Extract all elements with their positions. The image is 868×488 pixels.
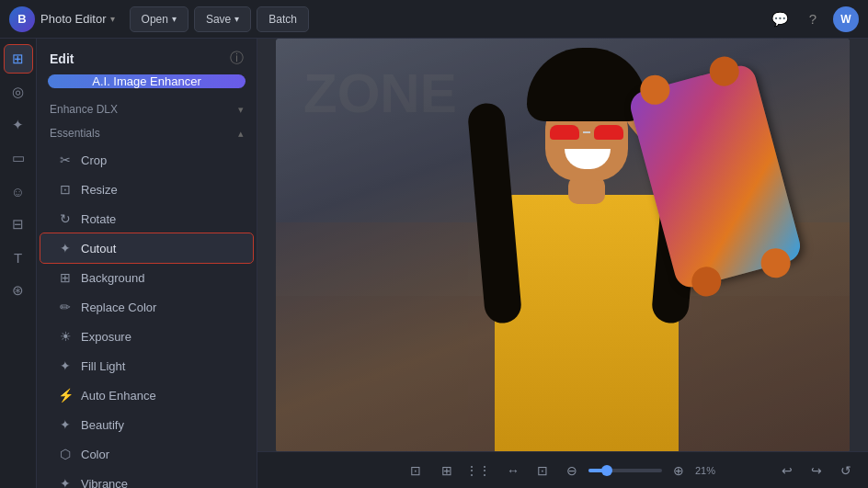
- grid-view-button[interactable]: ⊞: [434, 458, 460, 483]
- crop-label: Crop: [81, 153, 107, 167]
- canvas-viewport[interactable]: ZONE: [257, 39, 868, 451]
- essentials-label: Essentials: [50, 127, 100, 140]
- sidebar: Edit ⓘ A.I. Image Enhancer Enhance DLX ▾…: [37, 39, 257, 488]
- main-area: ⊞ ◎ ✦ ▭ ☺ ⊟ T ⊛ Edit ⓘ A.I. Image Enhanc…: [0, 39, 868, 488]
- bottom-bar: ⊡ ⊞ ⋮⋮ ↔ ⊡ ⊖ ⊕ 21% ↩ ↪ ↺: [257, 451, 868, 488]
- sidebar-item-vibrance[interactable]: ✦ Vibrance: [40, 469, 253, 488]
- enhance-dlx-chevron: ▾: [238, 104, 244, 116]
- eye-tool-button[interactable]: ◎: [4, 77, 33, 107]
- bottom-tools-right: ↩ ↪ ↺: [774, 458, 859, 483]
- essentials-section[interactable]: Essentials ▴: [37, 121, 257, 145]
- sidebar-item-cutout[interactable]: ✦ Cutout: [40, 233, 253, 263]
- open-button[interactable]: Open ▾: [130, 6, 188, 32]
- replace-color-icon: ✏: [57, 299, 74, 315]
- photo-canvas[interactable]: ZONE: [276, 39, 850, 451]
- vibrance-label: Vibrance: [81, 477, 128, 489]
- sidebar-item-fill-light[interactable]: ✦ Fill Light: [40, 351, 253, 380]
- canvas-area: ZONE: [257, 39, 868, 488]
- app-title: Photo Editor: [40, 12, 107, 26]
- zoom-controls: ↔ ⊡ ⊖ ⊕ 21%: [500, 458, 723, 483]
- info-icon[interactable]: ⓘ: [230, 50, 244, 67]
- bottom-tools-left: ⊡ ⊞ ⋮⋮: [403, 458, 491, 483]
- background-label: Background: [81, 271, 144, 285]
- sidebar-item-rotate[interactable]: ↻ Rotate: [40, 204, 253, 233]
- exposure-icon: ☀: [57, 328, 74, 345]
- sidebar-title: Edit: [50, 51, 74, 66]
- rotate-icon: ↻: [57, 210, 74, 227]
- layers-tool-button[interactable]: ▭: [4, 143, 33, 173]
- fit-button[interactable]: ↔: [500, 458, 526, 483]
- image-tool-button[interactable]: ⊟: [4, 210, 33, 239]
- exposure-label: Exposure: [81, 330, 131, 344]
- vibrance-icon: ✦: [57, 475, 74, 488]
- cutout-icon: ✦: [57, 240, 74, 256]
- layers-view-button[interactable]: ⊡: [403, 458, 428, 483]
- crop-view-button[interactable]: ⊡: [530, 458, 555, 483]
- color-icon: ⬡: [57, 446, 74, 462]
- zoom-in-button[interactable]: ⊕: [666, 458, 691, 483]
- person-tool-button[interactable]: ☺: [4, 176, 33, 206]
- essentials-chevron: ▴: [238, 128, 244, 140]
- zoom-slider[interactable]: [588, 469, 662, 472]
- sidebar-item-auto-enhance[interactable]: ⚡ Auto Enhance: [40, 380, 253, 410]
- text-tool-button[interactable]: T: [4, 243, 33, 272]
- split-view-button[interactable]: ⋮⋮: [465, 458, 491, 483]
- resize-label: Resize: [81, 183, 118, 197]
- fill-light-icon: ✦: [57, 357, 74, 374]
- photo-subject: [467, 57, 706, 452]
- sidebar-header: Edit ⓘ: [37, 39, 257, 74]
- beautify-icon: ✦: [57, 416, 74, 433]
- reset-button[interactable]: ↺: [833, 458, 859, 483]
- batch-button[interactable]: Batch: [257, 6, 309, 32]
- icon-bar: ⊞ ◎ ✦ ▭ ☺ ⊟ T ⊛: [0, 39, 37, 488]
- comment-icon-button[interactable]: 💬: [767, 6, 793, 32]
- edit-tool-button[interactable]: ⊞: [4, 44, 33, 74]
- enhance-dlx-section[interactable]: Enhance DLX ▾: [37, 97, 257, 121]
- title-chevron[interactable]: ▾: [110, 14, 115, 24]
- zoom-out-button[interactable]: ⊖: [559, 458, 585, 483]
- color-label: Color: [81, 448, 109, 461]
- save-button[interactable]: Save ▾: [194, 6, 251, 32]
- app-logo: B: [9, 6, 35, 32]
- fill-light-label: Fill Light: [81, 359, 125, 373]
- sidebar-item-crop[interactable]: ✂ Crop: [40, 145, 253, 175]
- background-icon: ⊞: [57, 269, 74, 286]
- replace-color-label: Replace Color: [81, 301, 156, 314]
- auto-enhance-label: Auto Enhance: [81, 389, 156, 403]
- zoom-slider-thumb[interactable]: [601, 465, 612, 476]
- beautify-label: Beautify: [81, 418, 124, 432]
- sidebar-item-beautify[interactable]: ✦ Beautify: [40, 410, 253, 439]
- effects-tool-button[interactable]: ⊛: [4, 276, 33, 305]
- zoom-label: 21%: [695, 465, 723, 476]
- topbar: B Photo Editor ▾ Open ▾ Save ▾ Batch 💬 ?…: [0, 0, 868, 39]
- undo-button[interactable]: ↩: [774, 458, 800, 483]
- svg-text:ZONE: ZONE: [303, 62, 457, 124]
- help-icon-button[interactable]: ?: [800, 6, 826, 32]
- topbar-icons: 💬 ? W: [767, 6, 859, 32]
- redo-button[interactable]: ↪: [804, 458, 829, 483]
- sidebar-item-replace-color[interactable]: ✏ Replace Color: [40, 292, 253, 322]
- sidebar-item-color[interactable]: ⬡ Color: [40, 439, 253, 469]
- sidebar-item-background[interactable]: ⊞ Background: [40, 263, 253, 292]
- rotate-label: Rotate: [81, 212, 116, 226]
- resize-icon: ⊡: [57, 181, 74, 198]
- sidebar-item-resize[interactable]: ⊡ Resize: [40, 175, 253, 204]
- enhance-dlx-label: Enhance DLX: [50, 103, 118, 116]
- magic-tool-button[interactable]: ✦: [4, 110, 33, 140]
- auto-enhance-icon: ⚡: [57, 387, 74, 403]
- ai-enhancer-button[interactable]: A.I. Image Enhancer: [48, 74, 246, 88]
- crop-icon: ✂: [57, 152, 74, 168]
- cutout-label: Cutout: [81, 242, 116, 255]
- user-avatar[interactable]: W: [833, 6, 859, 32]
- app-title-group: Photo Editor ▾: [40, 12, 115, 26]
- sidebar-item-exposure[interactable]: ☀ Exposure: [40, 322, 253, 351]
